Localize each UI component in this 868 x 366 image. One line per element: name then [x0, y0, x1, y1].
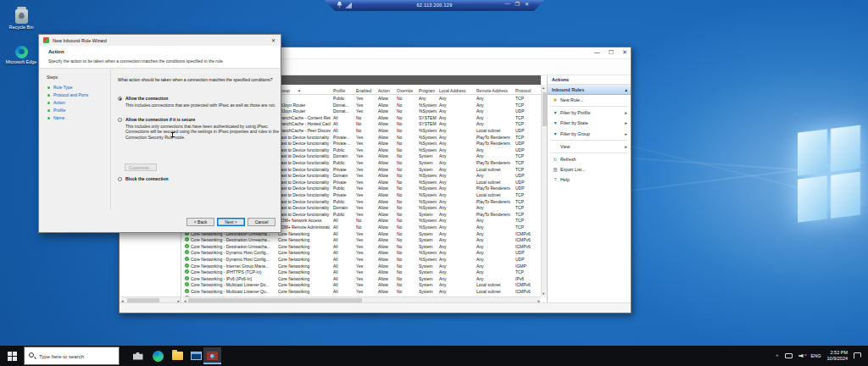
rule-cell: %System...	[419, 141, 437, 146]
desktop-icon-recycle-bin[interactable]: Recycle Bin	[3, 9, 40, 30]
rule-cell: Domai...	[333, 103, 354, 108]
rule-cell: Cast to Device functionality	[278, 192, 331, 197]
rule-cell: Yes	[356, 289, 376, 294]
network-monitor-icon[interactable]	[785, 353, 793, 358]
rule-cell: PlayTo Renderers	[476, 135, 514, 140]
rule-cell: All	[333, 128, 354, 133]
rule-cell: System	[419, 282, 437, 287]
column-header-profile[interactable]: Profile	[333, 88, 354, 93]
wizard-step-profile[interactable]: Profile	[53, 108, 65, 113]
action-item-label: Export List...	[560, 167, 585, 172]
column-header-group[interactable]: Group	[278, 88, 331, 93]
action-center-icon[interactable]	[854, 352, 861, 359]
scroll-down-icon[interactable]: ▾	[542, 291, 544, 296]
rule-cell: Core Networking	[278, 244, 331, 249]
customize-button[interactable]: Customize...	[125, 164, 157, 171]
next-button[interactable]: Next >	[217, 218, 245, 226]
rule-cell: Core Networking - Dynamic Host Config...	[191, 257, 275, 262]
hidden-icons-chevron[interactable]: ˄	[776, 353, 779, 358]
rule-cell: Yes	[356, 141, 376, 146]
action-item-filter-by-state[interactable]: ▼Filter by State▸	[548, 118, 631, 128]
column-header-action[interactable]: Action	[378, 88, 395, 93]
rule-enabled-check-icon: ✓	[185, 250, 189, 254]
action-item-help[interactable]: ?Help	[548, 175, 631, 185]
wizard-titlebar[interactable]: New Inbound Rule Wizard ✕	[39, 35, 281, 46]
column-header-override[interactable]: Override	[397, 88, 417, 93]
taskbar-icon-edge[interactable]	[149, 347, 167, 364]
window-minimize-button[interactable]: —	[594, 49, 600, 56]
action-item-label: Help	[560, 177, 570, 182]
rule-cell: TCP	[515, 199, 541, 204]
language-indicator[interactable]: ENG	[811, 353, 821, 358]
radio-block-the-connection[interactable]	[118, 177, 122, 181]
action-item-new-rule[interactable]: ✚New Rule...	[548, 95, 631, 105]
rule-cell: %System...	[419, 173, 437, 178]
rule-cell: Any	[476, 147, 514, 152]
volume-muted-icon[interactable]	[798, 353, 805, 359]
rule-cell: No	[397, 289, 417, 294]
column-header-local-address[interactable]: Local Address	[439, 88, 475, 93]
taskbar-search[interactable]: Type here to search	[24, 347, 120, 365]
taskbar-icon-server-manager[interactable]	[129, 347, 147, 364]
column-header-remote-address[interactable]: Remote Address	[476, 88, 514, 93]
action-item-filter-by-group[interactable]: ▼Filter by Group▸	[548, 129, 631, 139]
cancel-button[interactable]: Cancel	[248, 218, 275, 226]
rdp-minimize-button[interactable]: —	[505, 1, 510, 7]
action-item-view[interactable]: View▸	[548, 141, 631, 152]
actions-items: ✚New Rule...▼Filter by Profile▸▼Filter b…	[548, 95, 631, 186]
rdp-restore-button[interactable]: ❐	[515, 1, 520, 7]
rule-cell: SYSTEM	[419, 121, 437, 126]
rule-cell: PlayTo Renderers	[476, 186, 514, 191]
rule-cell: Core Networking	[278, 289, 331, 294]
rule-cell: All	[333, 218, 354, 223]
rule-cell: Allow	[378, 205, 395, 210]
rule-cell: System	[419, 160, 437, 165]
rule-cell: Cast to Device functionality	[278, 160, 331, 165]
rdp-close-button[interactable]: ✕	[525, 1, 529, 7]
desktop-icon-microsoft-edge[interactable]: Microsoft Edge	[3, 46, 40, 64]
remote-desktop-bar[interactable]: 62.113.200.129 — ❐ ✕	[325, 0, 544, 11]
taskbar-icon-firewall[interactable]	[203, 347, 221, 364]
start-button[interactable]	[8, 352, 17, 361]
column-header-program[interactable]: Program	[419, 88, 437, 93]
actions-inbound-rules-header[interactable]: Inbound Rules ▴	[548, 85, 631, 95]
scroll-up-icon[interactable]: ▴	[542, 86, 544, 90]
rules-horizontal-scrollbar[interactable]: ◂ ▸	[183, 297, 541, 302]
taskbar-icon-file-explorer[interactable]	[169, 347, 186, 364]
wizard-step-name[interactable]: Name	[53, 115, 64, 120]
tree-horizontal-scrollbar[interactable]: ◂ ▸	[120, 297, 181, 302]
rule-cell: No	[356, 115, 376, 120]
action-item-refresh[interactable]: ↻Refresh	[548, 154, 631, 164]
separator	[550, 140, 628, 141]
rule-cell: PlayTo Renderers	[476, 212, 514, 217]
back-button[interactable]: < Back	[186, 218, 214, 226]
rule-cell: Any	[476, 153, 514, 158]
action-item-filter-by-profile[interactable]: ▼Filter by Profile▸	[548, 108, 631, 118]
rule-enabled-check-icon: ✓	[185, 269, 189, 274]
wizard-close-icon[interactable]: ✕	[271, 37, 275, 43]
wizard-step-protocol-and-ports[interactable]: Protocol and Ports	[53, 92, 88, 97]
rule-cell: Yes	[356, 205, 376, 210]
column-header-enabled[interactable]: Enabled	[356, 88, 376, 93]
rule-cell: Public	[333, 96, 354, 101]
filter-icon: ▼	[553, 129, 558, 139]
rule-cell: Core Networking - Destination Unreacha..…	[191, 237, 275, 242]
rule-cell: No	[356, 128, 376, 133]
rule-cell: Domain	[333, 153, 354, 158]
window-close-button[interactable]: ✕	[622, 49, 627, 56]
taskbar-icon-console[interactable]	[187, 347, 205, 364]
column-header-protocol[interactable]: Protocol	[515, 88, 541, 93]
rule-cell: Yes	[356, 180, 376, 185]
wizard-step-rule-type[interactable]: Rule Type	[53, 85, 72, 90]
rule-cell: Local subnet	[476, 282, 514, 287]
collapse-icon[interactable]: ▴	[625, 85, 627, 95]
action-item-export-list[interactable]: ▤Export List...	[548, 164, 631, 175]
rule-cell: Cast to Device functionality	[278, 173, 331, 178]
radio-allow-the-connection[interactable]	[118, 97, 122, 101]
clock[interactable]: 2:52 PM 10/9/2024	[827, 350, 848, 362]
rule-cell: Allow	[378, 135, 395, 140]
window-maximize-button[interactable]: ☐	[609, 49, 614, 56]
rule-cell: UDP	[515, 128, 541, 133]
radio-allow-if-secure[interactable]	[118, 118, 122, 122]
wizard-step-action[interactable]: Action	[53, 100, 65, 105]
